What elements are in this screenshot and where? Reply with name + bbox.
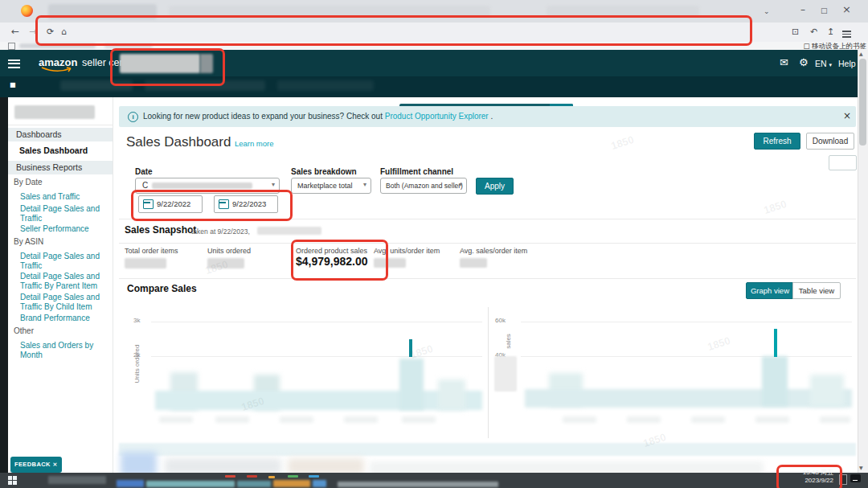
home-icon[interactable]: ⌂ <box>61 27 67 36</box>
windows-start-icon[interactable] <box>8 476 17 485</box>
mail-icon[interactable]: ✉ <box>780 57 788 68</box>
sidebar-item-detail-page-child-item[interactable]: Detail Page Sales and Traffic By Child I… <box>20 293 104 312</box>
screen: ⌄ – □ × ← → ⟳ ⌂ ○ ⇄ https://seller ▦ ☆ ⊡… <box>0 0 868 488</box>
bookmark-folder-icon[interactable] <box>8 43 15 50</box>
date-from-value: 9/22/2022 <box>157 199 190 208</box>
download-button[interactable]: Download <box>806 133 854 150</box>
bookmarks-blur <box>19 43 96 48</box>
scrollbar-thumb[interactable] <box>859 59 866 146</box>
sidebar-item-sales-orders-by-month[interactable]: Sales and Orders by Month <box>20 341 104 360</box>
compare-sales-title: Compare Sales <box>127 283 197 294</box>
feedback-label: FEEDBACK <box>14 461 51 468</box>
checkbox-icon: □ <box>804 42 810 50</box>
sidebar-header-business-reports: Business Reports <box>8 161 113 174</box>
taskbar-app-blur[interactable] <box>313 480 326 487</box>
action-center-icon[interactable] <box>850 474 861 482</box>
gear-icon[interactable]: ⚙ <box>799 57 809 68</box>
firefox-icon[interactable] <box>21 5 33 17</box>
taskbar-app-blur[interactable] <box>146 481 235 487</box>
blurred-band <box>525 389 852 408</box>
sidebar-item-detail-page-parent-item[interactable]: Detail Page Sales and Traffic By Parent … <box>20 272 104 291</box>
stat-label-total-order-items: Total order items <box>125 247 178 255</box>
app-subheader: ■ Edit <box>0 76 868 97</box>
taskbar-app-blur[interactable] <box>237 481 271 487</box>
calendar-icon[interactable] <box>219 199 229 209</box>
banner-suffix: . <box>490 112 493 121</box>
sidebar-item-detail-page-sales-traffic[interactable]: Detail Page Sales and Traffic <box>20 204 104 223</box>
date-to-input[interactable]: 9/22/2023 <box>214 195 278 213</box>
apply-button[interactable]: Apply <box>476 178 514 195</box>
date-filter-label: Date <box>135 167 153 176</box>
table-view-button[interactable]: Table view <box>792 282 841 299</box>
highlight-bar-sales[interactable] <box>774 329 777 357</box>
date-from-input[interactable]: 9/22/2022 <box>138 195 203 213</box>
hamburger-menu-icon[interactable] <box>8 57 20 70</box>
banner-close-icon[interactable]: × <box>843 110 851 121</box>
scroll-down-icon[interactable]: ▼ <box>859 465 863 470</box>
clock-weekday: 周五 <box>821 469 833 476</box>
screenshot-icon[interactable]: ⊡ <box>792 27 799 36</box>
window-close-icon[interactable]: × <box>842 5 851 14</box>
chevron-down-icon: ▾ <box>363 181 366 188</box>
language-selector[interactable]: EN ▾ <box>815 59 832 68</box>
scroll-up-icon[interactable]: ▲ <box>859 51 863 56</box>
sales-breakdown-dropdown[interactable]: Marketplace total ▾ <box>291 178 371 194</box>
account-switcher-caret-redacted[interactable] <box>200 54 213 73</box>
graph-view-button[interactable]: Graph view <box>746 282 794 299</box>
product-opportunity-explorer-link[interactable]: Product Opportunity Explorer <box>385 112 489 121</box>
date-range-dropdown[interactable]: C ▾ <box>135 178 280 194</box>
learn-more-link[interactable]: Learn more <box>235 139 274 148</box>
sidebar-item-sales-and-traffic[interactable]: Sales and Traffic <box>20 192 104 202</box>
gridline <box>151 322 482 322</box>
undo-icon[interactable]: ↶ <box>810 27 817 36</box>
info-banner: i Looking for new product ideas to expan… <box>119 106 856 127</box>
date-to-value: 9/22/2023 <box>232 199 266 208</box>
browser-tab[interactable] <box>48 4 157 19</box>
info-icon: i <box>128 112 138 122</box>
banner-text: Looking for new product ideas to expand … <box>143 112 493 121</box>
account-switcher-redacted[interactable] <box>120 54 200 73</box>
date-range-blur <box>152 182 252 189</box>
mobile-bookmarks-label: 移动设备上的书签 <box>812 42 866 50</box>
sales-breakdown-value: Marketplace total <box>297 182 353 190</box>
clock-time-row: 15:48 周五 <box>774 469 833 477</box>
calendar-icon[interactable] <box>143 199 154 209</box>
sidebar-item-detail-page-sales-traffic-asin[interactable]: Detail Page Sales and Traffic <box>20 252 104 271</box>
x-axis-label-blur <box>344 416 378 423</box>
taskbar-icon-blur <box>288 475 298 478</box>
show-hidden-icons-button[interactable] <box>839 474 847 485</box>
browser-nav-bar: ← → ⟳ ⌂ ○ ⇄ https://seller ▦ ☆ ⊡ ↶ ↥ <box>0 23 868 42</box>
bookmarks-blur <box>104 43 153 48</box>
blurred-bar <box>399 359 424 410</box>
share-icon[interactable]: ↥ <box>827 27 834 36</box>
window-maximize-icon[interactable]: □ <box>821 6 828 15</box>
sidebar-item-seller-performance[interactable]: Seller Performance <box>20 224 104 234</box>
taskbar-app-blur[interactable] <box>273 480 310 487</box>
forward-icon[interactable]: → <box>29 27 37 36</box>
sidebar-item-brand-performance[interactable]: Brand Performance <box>20 314 104 323</box>
back-icon[interactable]: ← <box>11 27 19 36</box>
stat-value-ordered-product-sales: $4,979,982.00 <box>296 255 368 268</box>
window-minimize-icon[interactable]: – <box>800 6 805 14</box>
stat-value-redacted <box>125 258 166 269</box>
sidebar-item-sales-dashboard[interactable]: Sales Dashboard <box>19 146 88 155</box>
tab-strip-blur <box>169 6 490 18</box>
edit-button[interactable]: Edit <box>829 155 857 170</box>
x-axis-label-blur <box>159 416 193 423</box>
reload-icon[interactable]: ⟳ <box>47 27 54 36</box>
subnav-blur <box>277 80 374 91</box>
fulfillment-channel-label: Fulfillment channel <box>380 167 453 176</box>
taskbar-app-blur[interactable] <box>117 480 144 487</box>
fulfillment-channel-dropdown[interactable]: Both (Amazon and seller) ▾ <box>380 178 467 194</box>
taskbar-clock[interactable]: 15:48 周五 2023/9/22 <box>774 469 833 485</box>
subnav-blur <box>60 80 133 91</box>
refresh-button[interactable]: Refresh <box>754 133 800 150</box>
tabs-overflow-icon[interactable]: ⌄ <box>764 7 770 16</box>
menu-icon[interactable] <box>842 29 851 39</box>
page-title: Sales Dashboard <box>126 134 231 150</box>
watermark: 1850 <box>706 334 731 353</box>
feedback-button[interactable]: FEEDBACK × <box>10 457 62 473</box>
sales-snapshot-title: Sales Snapshot <box>125 224 196 236</box>
feedback-close-icon[interactable]: × <box>52 461 58 468</box>
help-link[interactable]: Help <box>838 59 856 68</box>
